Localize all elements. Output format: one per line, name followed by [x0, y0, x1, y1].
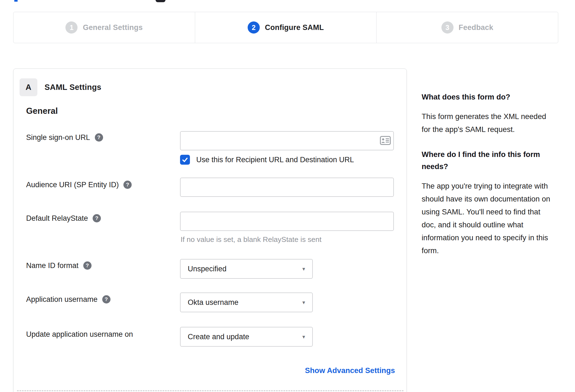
sidebar-question-2: Where do I find the info this form needs…: [422, 148, 555, 173]
audience-help-icon[interactable]: ?: [123, 181, 132, 189]
recipient-url-checkbox-label: Use this for Recipient URL and Destinati…: [196, 155, 354, 165]
sso-url-input[interactable]: [180, 131, 394, 150]
app-username-label: Application username: [26, 295, 98, 304]
relaystate-hint: If no value is set, a blank RelayState i…: [181, 235, 322, 244]
section-title: SAML Settings: [45, 78, 101, 96]
app-username-help-icon[interactable]: ?: [102, 295, 110, 303]
step-2-circle: 2: [248, 21, 260, 34]
audience-uri-input[interactable]: [180, 178, 394, 197]
chevron-down-icon: ▾: [302, 266, 305, 272]
relaystate-input[interactable]: [180, 212, 394, 231]
sso-url-label: Single sign-on URL: [26, 133, 90, 142]
app-username-select-value: Okta username: [188, 298, 239, 307]
nameid-label-row: Name ID format ?: [26, 260, 92, 272]
sso-help-icon[interactable]: ?: [95, 133, 103, 142]
step-3-circle: 3: [441, 21, 454, 34]
relaystate-label-row: Default RelayState ?: [26, 212, 101, 224]
wizard-stepper: 1 General Settings 2 Configure SAML 3 Fe…: [13, 12, 558, 43]
step-feedback[interactable]: 3 Feedback: [376, 12, 558, 43]
relaystate-help-icon[interactable]: ?: [93, 214, 101, 222]
chevron-down-icon: ▾: [302, 333, 305, 340]
help-sidebar: What does this form do? This form genera…: [422, 91, 555, 270]
nameid-select-value: Unspecified: [188, 265, 226, 273]
section-divider-dashed: [17, 390, 403, 391]
contact-card-icon[interactable]: [380, 136, 391, 146]
nameid-select[interactable]: Unspecified ▾: [180, 259, 313, 279]
audience-uri-label-row: Audience URI (SP Entity ID) ?: [26, 179, 132, 191]
update-username-select[interactable]: Create and update ▾: [180, 327, 313, 347]
app-username-select[interactable]: Okta username ▾: [180, 292, 313, 312]
nameid-label: Name ID format: [26, 261, 79, 270]
step-1-label: General Settings: [83, 23, 143, 32]
app-username-label-row: Application username ?: [26, 293, 110, 305]
step-3-label: Feedback: [459, 23, 493, 32]
sidebar-answer-2: The app you're trying to integrate with …: [422, 180, 555, 257]
section-a-badge: A: [20, 78, 37, 96]
show-advanced-settings-link[interactable]: Show Advanced Settings: [305, 366, 395, 375]
step-1-circle: 1: [65, 21, 78, 34]
cutoff-blue-fragment: [14, 0, 18, 2]
update-username-label: Update application username on: [26, 330, 133, 339]
update-username-select-value: Create and update: [188, 333, 249, 341]
step-configure-saml[interactable]: 2 Configure SAML: [195, 12, 377, 43]
step-general-settings[interactable]: 1 General Settings: [13, 12, 195, 43]
recipient-url-checkbox[interactable]: [180, 155, 190, 165]
sidebar-question-1: What does this form do?: [422, 91, 555, 103]
audience-uri-label: Audience URI (SP Entity ID): [26, 181, 119, 189]
relaystate-label: Default RelayState: [26, 214, 88, 223]
checkbox-check-icon: [181, 156, 189, 163]
step-2-label: Configure SAML: [265, 23, 324, 32]
update-username-label-row: Update application username on: [26, 328, 133, 340]
general-heading: General: [26, 106, 58, 116]
nameid-help-icon[interactable]: ?: [83, 261, 92, 270]
chevron-down-icon: ▾: [302, 299, 305, 306]
sidebar-answer-1: This form generates the XML needed for t…: [422, 110, 555, 136]
sso-url-label-row: Single sign-on URL ?: [26, 131, 103, 143]
cutoff-dark-fragment: [156, 0, 165, 2]
